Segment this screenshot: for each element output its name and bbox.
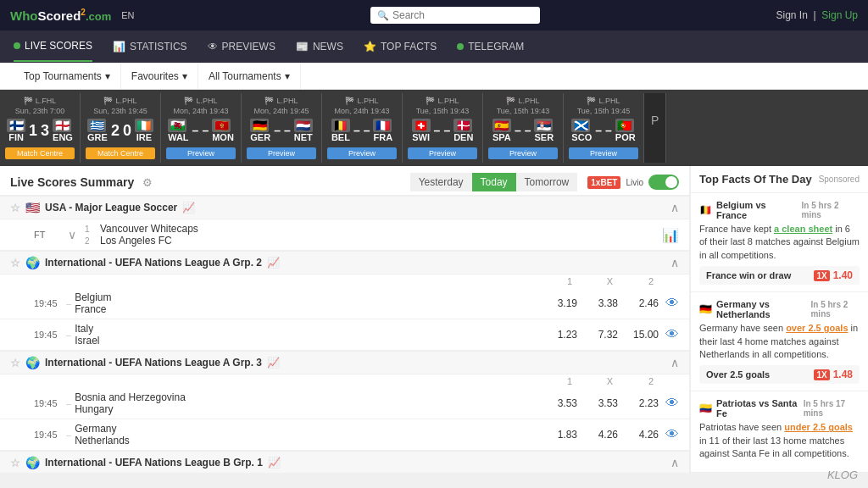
preview-btn-6[interactable]: Preview (408, 147, 477, 159)
star-icon-2[interactable]: ☆ (10, 257, 20, 269)
fact-flag-col: 🇨🇴 (699, 402, 712, 414)
match-card-wal-mon[interactable]: 🏁 L.PHL Mon, 24th 19:43 🏴󠁧󠁢󠁷󠁬󠁳󠁿 WAL – – … (161, 93, 242, 163)
odds-col-x-header: X (581, 276, 613, 286)
league-name-usa-mls: USA - Major League Soccer (45, 202, 177, 214)
league-row-ucl-a3[interactable]: ☆ 🌍 International - UEFA Nations League … (0, 351, 689, 374)
fact-bet-row-2[interactable]: Over 2.5 goals 1X 1.48 (699, 365, 860, 384)
odds-bos-hun: 3.53 3.53 2.23 (545, 397, 659, 409)
match-card-league-3: 🏁 L.PHL (166, 97, 236, 105)
eye-icon-bel-fra[interactable]: 👁 (665, 296, 679, 311)
nav-statistics[interactable]: 📊 STATISTICS (113, 32, 187, 61)
collapse-icon-3[interactable]: ∧ (670, 356, 679, 369)
preview-btn-8[interactable]: Preview (569, 147, 638, 159)
match-card-time-6: Tue, 15th 19:43 (408, 107, 477, 115)
preview-btn-4[interactable]: Preview (247, 147, 316, 159)
league-name-ucl-a3: International - UEFA Nations League A Gr… (45, 357, 262, 369)
chevron-down-icon-2: ▾ (182, 70, 187, 82)
live-scores-header: Live Scores Summary ⚙ Yesterday Today To… (0, 166, 689, 196)
star-icon[interactable]: ☆ (10, 202, 20, 214)
fact-bet-logo-1: 1X (814, 270, 829, 281)
collapse-icon-2[interactable]: ∧ (670, 256, 679, 269)
match-card-league-5: 🏁 L.PHL (327, 97, 397, 105)
klog-watermark: KLOG (827, 469, 858, 481)
match-teams-row: 🇫🇮 FIN 1 3 🏴󠁧󠁢󠁥󠁮󠁧󠁿 ENG (5, 119, 75, 142)
match-card-sco-por[interactable]: 🏁 L.PHL Tue, 15th 19:45 🏴󠁧󠁢󠁳󠁣󠁴󠁿 SCO – – … (564, 93, 644, 163)
team-abbr-ger: GER (250, 132, 270, 142)
chevron-down-icon-3: ▾ (285, 70, 290, 82)
team-name-vancouver: 1 Vancouver Whitecaps (85, 223, 662, 235)
fact-bet-row-1[interactable]: France win or draw 1X 1.40 (699, 266, 860, 285)
eye-icon-bos-hun[interactable]: 👁 (665, 396, 679, 411)
league-flag-int-4: 🌍 (25, 456, 40, 469)
tab-yesterday[interactable]: Yesterday (410, 173, 472, 191)
live-scores-dot (14, 42, 20, 49)
settings-icon[interactable]: ⚙ (142, 176, 153, 189)
match-card-fin-eng[interactable]: 🏁 L.FHL Sun, 23th 7:00 🇫🇮 FIN 1 3 🏴󠁧󠁢󠁥󠁮󠁧… (0, 93, 81, 163)
expand-icon[interactable]: ∨ (68, 228, 76, 241)
filter-all-tournaments-label: All Tournaments (209, 70, 281, 82)
team-score-sco: – (595, 124, 602, 137)
filter-favourites[interactable]: Favourites ▾ (121, 64, 198, 89)
preview-btn-3[interactable]: Preview (166, 147, 236, 159)
tab-today[interactable]: Today (472, 173, 516, 191)
sign-in-link[interactable]: Sign In (776, 9, 807, 21)
sign-up-link[interactable]: Sign Up (821, 9, 858, 21)
fact-bet-odds-2: 1X 1.48 (814, 369, 853, 380)
match-card-swi-den[interactable]: 🏁 L.PHL Tue, 15th 19:43 🇨🇭 SWI – – 🇩🇰 DE… (403, 93, 483, 163)
match-teams-ita-isr: Italy Israel (75, 323, 545, 347)
match-teams-row-5: 🇧🇪 BEL – – 🇫🇷 FRA (327, 119, 397, 142)
search-bar[interactable]: 🔍 (370, 7, 540, 24)
news-icon: 📰 (296, 41, 309, 53)
match-time-bos-hun: 19:45 (34, 398, 61, 408)
league-flag-int-3: 🌍 (25, 356, 40, 369)
match-card-spa-ser[interactable]: 🏁 L.PHL Tue, 15th 19:43 🇪🇸 SPA – – 🇷🇸 SE… (483, 93, 564, 163)
team-score-ger: – (274, 124, 281, 137)
nav-telegram[interactable]: TELEGRAM (457, 32, 524, 61)
match-card-time-5: Mon, 24th 19:43 (327, 107, 397, 115)
tab-tomorrow[interactable]: Tomorrow (516, 173, 578, 191)
league-row-ucl-a2[interactable]: ☆ 🌍 International - UEFA Nations League … (0, 251, 689, 274)
eye-icon-ger-ned[interactable]: 👁 (665, 427, 679, 442)
chart-icon[interactable]: 📊 (662, 227, 679, 243)
search-icon: 🔍 (377, 10, 389, 21)
match-row-ita-isr: 19:45 – Italy Israel 1.23 7.32 15.00 👁 (0, 319, 689, 351)
team-name-netherlands: Netherlands (75, 435, 545, 446)
odds-col-2-header: 2 (621, 276, 654, 286)
filter-top-tournaments[interactable]: Top Tournaments ▾ (14, 64, 121, 89)
odds-header-a3: 1 X 2 (0, 374, 689, 388)
match-card-gre-ire[interactable]: 🏁 L.PHL Sun, 23th 19:45 🇬🇷 GRE 2 0 🇮🇪 IR… (81, 93, 161, 163)
league-flag-usa: 🇺🇸 (25, 201, 40, 214)
collapse-icon-4[interactable]: ∧ (670, 456, 679, 469)
search-input[interactable] (392, 9, 533, 21)
nav-live-scores[interactable]: LIVE SCORES (14, 31, 92, 62)
match-card-bel-fra[interactable]: 🏁 L.PHL Mon, 24th 19:43 🇧🇪 BEL – – 🇫🇷 FR… (322, 93, 403, 163)
bet-logo: 1xBET (587, 176, 620, 189)
lang-selector[interactable]: EN (121, 10, 134, 20)
trend-up-icon-4: 📈 (268, 457, 281, 469)
toggle-switch[interactable] (648, 175, 679, 190)
collapse-icon[interactable]: ∧ (670, 201, 679, 214)
eye-icon-ita-isr[interactable]: 👁 (665, 327, 679, 342)
top-header: WhoScored2.com EN 🔍 Sign In | Sign Up (0, 0, 868, 30)
odds-col-2-header-2: 2 (621, 376, 654, 386)
match-centre-btn-1[interactable]: Match Centre (5, 147, 75, 159)
preview-btn-5[interactable]: Preview (327, 147, 397, 159)
match-centre-btn-2[interactable]: Match Centre (86, 147, 155, 159)
league-row-ucl-b1[interactable]: ☆ 🌍 International - UEFA Nations League … (0, 451, 689, 473)
nav-news[interactable]: 📰 NEWS (296, 32, 343, 61)
fact-matchup-ger-ned: 🇩🇪 Germany vs Netherlands In 5 hrs 2 min… (699, 299, 860, 319)
league-row-usa-mls[interactable]: ☆ 🇺🇸 USA - Major League Soccer 📈 ∧ (0, 196, 689, 219)
nav-telegram-label: TELEGRAM (468, 41, 524, 53)
star-icon-4[interactable]: ☆ (10, 457, 20, 469)
nav-news-label: NEWS (313, 41, 343, 53)
match-card-time-2: Sun, 23th 19:45 (86, 107, 155, 115)
odds-x-ita-isr: 7.32 (586, 329, 618, 341)
nav-top-facts[interactable]: ⭐ TOP FACTS (364, 32, 437, 61)
nav-live-scores-label: LIVE SCORES (25, 40, 92, 52)
star-icon-3[interactable]: ☆ (10, 357, 20, 369)
filter-all-tournaments[interactable]: All Tournaments ▾ (198, 64, 301, 89)
nav-previews[interactable]: 👁 PREVIEWS (208, 32, 275, 61)
match-row-bos-hun: 19:45 – Bosnia and Herzegovina Hungary 3… (0, 388, 689, 419)
match-card-ger-net[interactable]: 🏁 L.PHL Mon, 24th 19:45 🇩🇪 GER – – 🇳🇱 NE… (242, 93, 322, 163)
preview-btn-7[interactable]: Preview (488, 147, 558, 159)
